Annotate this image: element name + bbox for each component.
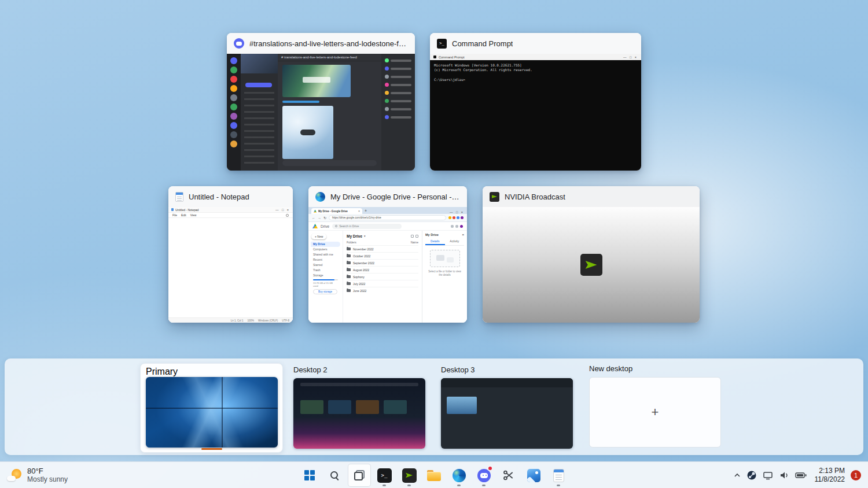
folder-row: Sophony [347,273,418,280]
buy-storage-button: Buy storage [313,289,337,294]
cmd-inner-title: Command Prompt [439,56,465,59]
drive-logo-icon [312,224,318,228]
terminal-output: Microsoft Windows [Version 10.0.22621.75… [430,60,641,85]
desktop-3[interactable]: Desktop 3 [441,365,573,449]
drive-file-list: My Drive ▾ Folders Name November 2022 Oc… [343,231,422,323]
browser-tab: My Drive - Google Drive × [311,208,362,214]
notepad-titlebar[interactable]: Untitled - Notepad [168,186,293,207]
server-icon [230,66,237,73]
clock[interactable]: 2:13 PM 11/8/2022 [810,467,850,484]
nvidia-titlebar[interactable]: NVIDIA Broadcast [483,186,700,207]
folder-icon [347,282,351,285]
tab-title: My Drive - Google Drive [318,210,356,213]
notepad-inner-title: Untitled - Notepad [175,208,198,212]
refresh-icon: ↻ [323,216,326,220]
discord-main: # translations-and-live-letters-and-lode… [278,54,381,171]
member-item [385,83,411,87]
server-icon [230,103,237,110]
search-placeholder: Search in Drive [339,224,359,228]
member-item [385,58,411,62]
desktop-3-thumbnail[interactable] [441,378,573,449]
notepad-button[interactable] [547,464,570,487]
drive-details-panel: My Drive × Details Activity Select a fil… [422,231,467,323]
drive-new-button: + New [311,234,326,239]
edge-icon [315,192,325,202]
desktop-label: Desktop 3 [441,365,573,374]
notepad-statusbar: Ln 1, Col 1 100% Windows (CRLF) UTF-8 [168,317,293,323]
member-item [385,91,411,95]
folder-row: July 2022 [347,280,418,287]
edge-button[interactable] [447,464,470,487]
drive-favicon [314,210,317,213]
terminal-line: (c) Microsoft Corporation. All rights re… [434,68,637,72]
task-view-button[interactable] [348,464,371,487]
notification-count-badge[interactable]: 1 [851,470,861,480]
plus-icon: + [652,405,659,420]
message-input [282,160,377,166]
search-button[interactable] [323,464,346,487]
cmd-titlebar[interactable]: >_ Command Prompt [430,33,641,54]
photos-button[interactable] [522,464,545,487]
member-item [385,115,411,119]
discord-titlebar[interactable]: #translations-and-live-letters-and-lodes… [227,33,415,54]
volume-button[interactable] [776,464,792,487]
start-button[interactable] [298,464,321,487]
clock-date: 11/8/2022 [815,475,845,484]
weather-widget[interactable]: 80°F Mostly sunny [0,462,75,488]
file-explorer-button[interactable] [422,464,446,487]
window-controls: — □ × [623,56,638,59]
taskbar: 80°F Mostly sunny >_ [0,461,868,488]
server-icon [230,94,237,101]
nav-recent: Recent [311,257,340,263]
command-prompt-taskbar-button[interactable]: >_ [373,464,396,487]
browser-toolbar: ← → ↻ https://drive.google.com/drive/u/1… [308,214,467,222]
steam-tray-button[interactable] [744,464,760,487]
status-cursor: Ln 1, Col 1 [231,319,244,322]
notepad-document [168,218,293,317]
drive-sidebar: + New My Drive Computers Shared with me … [308,231,343,323]
discord-button[interactable] [472,464,495,487]
cast-button[interactable] [760,464,776,487]
window-edge-drive[interactable]: My Drive - Google Drive - Personal - Mic… [308,186,467,323]
folder-icon [347,275,351,278]
chevron-up-icon [734,472,741,479]
embedded-image [282,65,351,97]
menu-file: File [172,213,177,217]
nav-shared: Shared with me [311,252,340,257]
window-title: Command Prompt [452,39,513,48]
snipping-tool-button[interactable] [497,464,520,487]
discord-blue-button [245,83,272,87]
battery-icon [795,470,807,480]
member-item [385,99,411,103]
nvidia-broadcast-taskbar-button[interactable] [398,464,421,487]
drive-titlebar[interactable]: My Drive - Google Drive - Personal - Mic… [308,186,467,207]
nav-my-drive: My Drive [311,242,340,247]
hidden-icons-button[interactable] [731,464,744,487]
desktop-2-thumbnail[interactable] [293,378,425,449]
desktop-primary[interactable]: Primary [140,363,283,453]
desktop-2[interactable]: Desktop 2 [293,365,425,449]
desktop-primary-thumbnail[interactable] [146,377,278,448]
window-title: NVIDIA Broadcast [505,193,565,201]
message-area [278,61,381,160]
window-nvidia-broadcast[interactable]: NVIDIA Broadcast [483,186,700,323]
window-command-prompt[interactable]: >_ Command Prompt Command Prompt — □ × M… [430,33,641,171]
battery-button[interactable] [792,464,810,487]
storage-bar [313,279,338,280]
new-desktop-button[interactable]: + [589,377,721,448]
notepad-menubar: File Edit View [168,213,293,218]
member-item [385,66,411,71]
active-desktop-indicator [201,448,222,450]
settings-gear-icon [286,214,289,217]
notepad-mini-icon [171,208,174,211]
system-tray: 2:13 PM 11/8/2022 1 [731,462,868,488]
clock-time: 2:13 PM [815,467,845,475]
window-notepad[interactable]: Untitled - Notepad Untitled - Notepad — … [168,186,293,323]
notepad-inner-titlebar: Untitled - Notepad — □ × [168,207,293,213]
window-controls: — □ × [275,208,290,212]
new-desktop[interactable]: New desktop + [589,364,721,448]
window-discord[interactable]: #translations-and-live-letters-and-lodes… [227,33,415,171]
status-zoom: 100% [247,319,254,322]
message-link [282,101,319,103]
storage-note: 13.78 GB of 15 GB used [311,282,340,287]
